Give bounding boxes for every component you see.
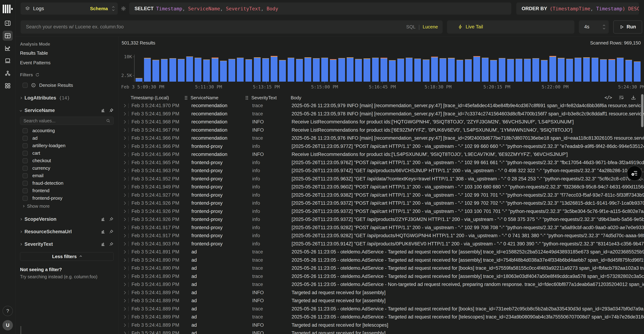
histogram-bar[interactable] — [524, 54, 531, 82]
table-row[interactable]: Feb 3 5:24:41.968 PMrecommendationINFORe… — [118, 118, 644, 126]
table-row[interactable]: Feb 3 5:24:41.889 PMadINFOTargeted ad re… — [118, 297, 644, 305]
pin-icon[interactable] — [109, 242, 114, 246]
chart-toggle-icon[interactable] — [101, 242, 105, 246]
nav-chart-icon[interactable] — [3, 43, 13, 53]
histogram-bar[interactable] — [574, 54, 582, 82]
histogram-bar[interactable] — [246, 54, 252, 82]
service-checkbox[interactable] — [22, 128, 28, 133]
service-checkbox[interactable] — [22, 151, 28, 156]
histogram-bar[interactable] — [144, 54, 151, 82]
histogram-bar[interactable] — [170, 54, 176, 82]
row-expand-icon[interactable] — [122, 185, 126, 189]
histogram-bar[interactable] — [228, 54, 235, 82]
histogram-bar[interactable] — [617, 54, 624, 82]
table-row[interactable]: Feb 3 5:24:41.965 PMfrontend-proxyinfo[2… — [118, 159, 644, 167]
histogram-bar[interactable] — [212, 54, 218, 82]
histogram-bar[interactable] — [423, 54, 430, 82]
histogram-bar[interactable] — [600, 54, 607, 82]
nav-results-table-icon[interactable] — [3, 31, 13, 41]
refresh-interval-select[interactable]: 4s — [579, 20, 609, 34]
row-expand-icon[interactable] — [122, 128, 126, 132]
histogram-bar[interactable] — [608, 54, 615, 82]
table-row[interactable]: Feb 3 5:24:41.890 PMadtrace2025-05-26 11… — [118, 272, 644, 281]
service-filter-item[interactable]: accounting — [20, 127, 114, 134]
histogram-bar[interactable] — [347, 54, 354, 82]
row-expand-icon[interactable] — [122, 250, 126, 254]
vertical-scrollbar[interactable] — [641, 94, 644, 127]
service-checkbox[interactable] — [22, 143, 28, 148]
histogram-bar[interactable] — [406, 54, 412, 82]
histogram-bar[interactable] — [592, 54, 598, 82]
table-row[interactable]: Feb 3 5:24:41.889 PMadtrace2025-05-26 11… — [118, 305, 644, 313]
column-header-timestamp-local-[interactable]: Timestamp (Local) — [130, 95, 190, 101]
service-filter-item[interactable]: currency — [20, 165, 114, 172]
run-button[interactable]: Run — [613, 20, 642, 34]
histogram-bar[interactable] — [296, 54, 303, 82]
filter-value-search-input[interactable]: Search values... — [20, 117, 114, 125]
histogram-bar[interactable] — [490, 54, 497, 82]
row-expand-icon[interactable] — [122, 316, 126, 319]
histogram-bar[interactable] — [440, 54, 446, 82]
denoise-checkbox[interactable] — [22, 83, 28, 88]
service-filter-item[interactable]: frontend-proxy — [20, 194, 114, 202]
histogram-bar[interactable] — [380, 54, 387, 82]
table-row[interactable]: Feb 3 5:24:41.889 PMadINFOTargeted ad re… — [118, 289, 644, 297]
service-filter-item[interactable]: checkout — [20, 157, 114, 164]
histogram-bar[interactable] — [566, 54, 573, 82]
filter-group-scopeversion[interactable]: ScopeVersion — [20, 216, 114, 223]
histogram-bar[interactable] — [313, 54, 320, 82]
column-header-body[interactable]: Body — [291, 95, 644, 101]
row-expand-icon[interactable] — [122, 291, 126, 294]
histogram-bar[interactable] — [389, 54, 396, 82]
view-source-icon[interactable]: </> — [604, 95, 612, 100]
live-tail-button[interactable]: Live Tail — [447, 20, 574, 34]
service-filter-item[interactable]: artillery-loadgen — [20, 142, 114, 149]
row-expand-icon[interactable] — [122, 267, 126, 270]
table-row[interactable]: Feb 3 5:24:41.891 PMadtrace2025-05-26 11… — [118, 248, 644, 256]
nav-services-icon[interactable] — [3, 68, 13, 78]
wrap-lines-icon[interactable] — [618, 95, 624, 100]
histogram-bar[interactable] — [321, 54, 328, 82]
service-filter-item[interactable]: cart — [20, 150, 114, 157]
source-settings-button[interactable] — [120, 6, 126, 11]
histogram-bar[interactable] — [482, 54, 488, 82]
row-expand-icon[interactable] — [122, 137, 126, 140]
lucene-toggle[interactable]: Lucene — [423, 24, 438, 30]
clickstack-logo-icon[interactable] — [0, 4, 15, 13]
histogram-bar[interactable] — [448, 54, 455, 82]
histogram-bar[interactable] — [397, 54, 404, 82]
sql-toggle[interactable]: SQL — [406, 24, 416, 30]
filter-group-logattributes[interactable]: LogAttributes {14} — [20, 95, 114, 101]
histogram-bar[interactable] — [338, 54, 345, 82]
service-filter-item[interactable]: email — [20, 172, 114, 179]
histogram-bar[interactable] — [178, 54, 184, 82]
table-row[interactable]: Feb 3 5:24:41.890 PMadtrace2025-05-26 11… — [118, 280, 644, 289]
analysis-mode-results-table[interactable]: Results Table — [20, 49, 114, 57]
table-row[interactable]: Feb 3 5:24:41.926 PMfrontend-proxyinfo[2… — [118, 199, 644, 207]
histogram-bar[interactable] — [541, 54, 548, 82]
nav-dashboards-icon[interactable] — [3, 81, 13, 91]
row-expand-icon[interactable] — [122, 283, 126, 286]
service-checkbox[interactable] — [22, 158, 28, 163]
row-expand-icon[interactable] — [122, 169, 126, 172]
pin-icon[interactable] — [109, 217, 114, 221]
table-row[interactable]: Feb 3 5:24:41.889 PMadINFOTargeted ad re… — [118, 321, 644, 329]
histogram-bar[interactable] — [507, 54, 514, 82]
histogram-bar[interactable] — [152, 54, 159, 82]
service-filter-item[interactable]: fraud-detection — [20, 179, 114, 187]
row-expand-icon[interactable] — [122, 210, 126, 213]
row-expand-icon[interactable] — [122, 153, 126, 156]
source-selector[interactable]: Logs Schema — [20, 2, 118, 15]
less-filters-button[interactable]: Less filters — [20, 252, 114, 261]
histogram-bar[interactable] — [549, 54, 556, 82]
row-expand-icon[interactable] — [122, 202, 126, 205]
column-header-servicename[interactable]: ServiceName — [190, 95, 251, 101]
table-row[interactable]: Feb 3 5:24:41.917 PMfrontend-proxyinfo[2… — [118, 224, 644, 232]
histogram-bar[interactable] — [195, 54, 202, 82]
table-row[interactable]: Feb 3 5:24:41.966 PMfrontend-proxyinfo[2… — [118, 142, 644, 151]
table-row[interactable]: Feb 3 5:24:41.967 PMrecommendationINFORe… — [118, 126, 644, 134]
row-expand-icon[interactable] — [122, 234, 126, 237]
histogram-bar[interactable] — [220, 54, 227, 82]
histogram-bar[interactable] — [499, 54, 506, 82]
histogram-bar[interactable] — [355, 54, 362, 82]
